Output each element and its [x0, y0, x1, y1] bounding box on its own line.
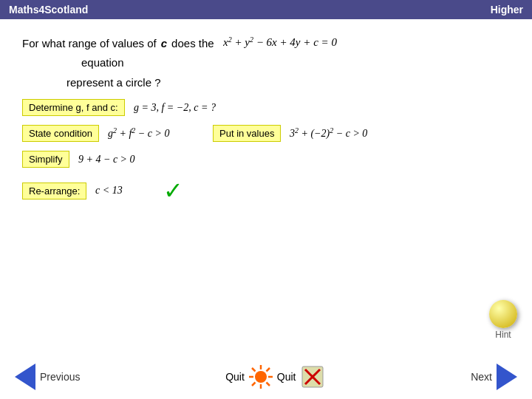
- checkmark-icon: ✓: [163, 177, 183, 205]
- step-determine-label: Determine g, f and c:: [22, 99, 125, 116]
- svg-line-11: [252, 368, 256, 372]
- step-simplify-formula: 9 + 4 − c > 0: [78, 151, 174, 168]
- svg-text:9 + 4 − c > 0: 9 + 4 − c > 0: [78, 154, 135, 165]
- step-condition-label: State condition: [22, 125, 99, 142]
- svg-text:32
           + (−2)2
        : 32 + (−2)2 − c > 0: [290, 126, 367, 140]
- hint-label: Hint: [495, 330, 511, 340]
- step-simplify: Simplify 9 + 4 − c > 0: [22, 151, 510, 168]
- previous-label: Previous: [40, 371, 80, 383]
- main-content: For what range of values of c does the x…: [0, 19, 532, 221]
- bottom-nav: Previous Quit Quit Next: [0, 364, 532, 390]
- step-rearrange: Re-arrange: c < 13 ✓: [22, 177, 510, 205]
- step-put-in-values-label: Put in values: [213, 125, 281, 142]
- question-prefix: For what range of values of: [22, 37, 157, 50]
- svg-text:g2
           + f2
           : g2 + f2 − c > 0: [108, 126, 169, 139]
- hint-ball[interactable]: [489, 300, 517, 328]
- question-sub: equation: [81, 56, 510, 69]
- svg-point-6: [255, 371, 267, 383]
- question-suffix: does the: [171, 37, 214, 50]
- step-condition-formula: g2 + f2 − c > 0: [108, 126, 204, 142]
- header-bar: Maths4Scotland Higher: [0, 0, 532, 19]
- quit-area: Quit Quit: [225, 364, 325, 390]
- svg-line-14: [252, 383, 256, 386]
- step-rearrange-label: Re-arrange:: [22, 183, 86, 200]
- represent-line: represent a circle ?: [66, 76, 510, 89]
- svg-text:g = 3,   f = −2,   c = ?: g = 3, f = −2, c = ?: [134, 102, 216, 113]
- main-equation: x2 + y2 − 6x + 4y + c = 0: [223, 33, 364, 53]
- svg-line-12: [266, 383, 270, 386]
- next-button[interactable]: Next: [471, 364, 517, 390]
- step-put-in-values-formula: 32 + (−2)2 − c > 0: [290, 126, 415, 142]
- quit1-label[interactable]: Quit: [225, 371, 245, 383]
- notebook-x-icon[interactable]: [299, 364, 326, 390]
- step-condition: State condition g2 + f2 − c > 0 Put in v…: [22, 125, 510, 142]
- svg-line-13: [266, 368, 270, 372]
- step-determine: Determine g, f and c: g = 3, f = −2, c =…: [22, 99, 510, 116]
- svg-text:c < 13: c < 13: [95, 185, 123, 196]
- next-arrow-icon: [497, 364, 517, 390]
- app-title: Maths4Scotland: [9, 4, 88, 16]
- next-label: Next: [471, 371, 492, 383]
- question-line: For what range of values of c does the x…: [22, 33, 510, 53]
- svg-text:x2
           + y2
           : x2 + y2 − 6x + 4y + c = 0: [223, 35, 337, 49]
- level-label: Higher: [491, 4, 523, 16]
- question-variable: c: [161, 37, 167, 50]
- previous-button[interactable]: Previous: [15, 364, 80, 390]
- sun-icon[interactable]: [248, 364, 274, 390]
- step-rearrange-formula: c < 13: [95, 183, 147, 199]
- step-simplify-label: Simplify: [22, 151, 69, 168]
- step-determine-formula: g = 3, f = −2, c = ?: [134, 100, 282, 116]
- previous-arrow-icon: [15, 364, 35, 390]
- hint-area[interactable]: Hint: [489, 300, 517, 340]
- quit2-label[interactable]: Quit: [277, 371, 296, 383]
